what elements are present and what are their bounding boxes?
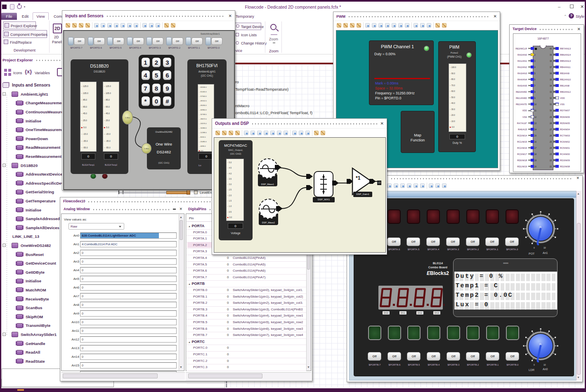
svg-text:*1: *1 bbox=[356, 175, 361, 181]
